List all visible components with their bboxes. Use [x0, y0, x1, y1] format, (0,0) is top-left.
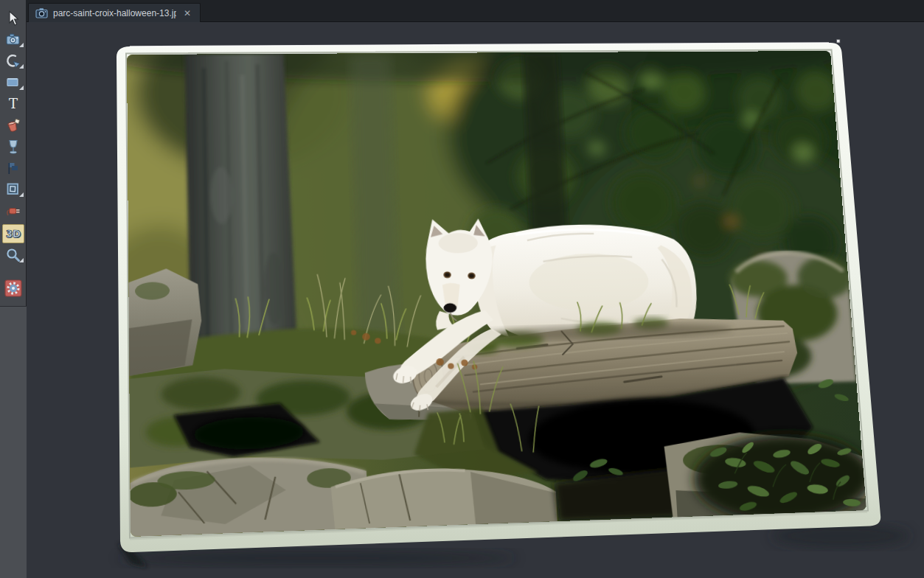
paint-bucket-icon: [5, 117, 21, 133]
tab-title: parc-saint-croix-halloween-13.jp...: [53, 8, 176, 18]
3d-tool-label: 3D: [5, 228, 21, 240]
gear-icon: [4, 279, 22, 297]
flyout-indicator: [19, 43, 24, 47]
tab-close-icon[interactable]: ✕: [181, 7, 193, 19]
flyout-indicator: [19, 258, 24, 262]
flag-tool[interactable]: [2, 160, 24, 176]
wolf-photo: [127, 51, 866, 537]
flyout-indicator: [19, 192, 24, 197]
3d-tool[interactable]: 3D 3D: [2, 224, 24, 243]
plug-icon: [5, 203, 21, 219]
text-tool[interactable]: T: [2, 96, 24, 112]
draw-tool[interactable]: [2, 53, 24, 69]
camera-tool[interactable]: [2, 32, 24, 48]
cursor-arrow-icon: [5, 10, 21, 27]
effects-tool[interactable]: [2, 139, 24, 155]
wine-glass-icon: [5, 139, 21, 155]
letter-t-icon: T: [5, 96, 21, 112]
zoom-tool[interactable]: [2, 247, 24, 263]
3d-icon: 3D 3D: [4, 226, 23, 241]
document-tab[interactable]: parc-saint-croix-halloween-13.jp... ✕: [28, 3, 201, 22]
flyout-indicator: [19, 86, 24, 90]
plugin-tool[interactable]: [2, 203, 24, 219]
app-window: { "app": { "canvas_background": "#31343b…: [0, 0, 924, 578]
settings-tool[interactable]: [2, 280, 24, 296]
flyout-indicator: [19, 64, 24, 69]
tab-bar: parc-saint-croix-halloween-13.jp... ✕: [27, 0, 924, 22]
move-tool[interactable]: [2, 10, 24, 27]
fill-tool[interactable]: [2, 117, 24, 133]
photo-file-icon: [35, 7, 48, 18]
document-canvas[interactable]: [27, 22, 924, 578]
flag-icon: [5, 160, 21, 176]
transform-handle: [837, 40, 841, 43]
transform-tool[interactable]: [2, 181, 24, 198]
shape-tool[interactable]: [2, 74, 24, 91]
canvas-3d-photo-object[interactable]: [127, 51, 866, 537]
text-tool-glyph: T: [8, 96, 17, 111]
tool-palette: T: [0, 0, 27, 578]
toolbar-lower-panel: [0, 307, 27, 578]
